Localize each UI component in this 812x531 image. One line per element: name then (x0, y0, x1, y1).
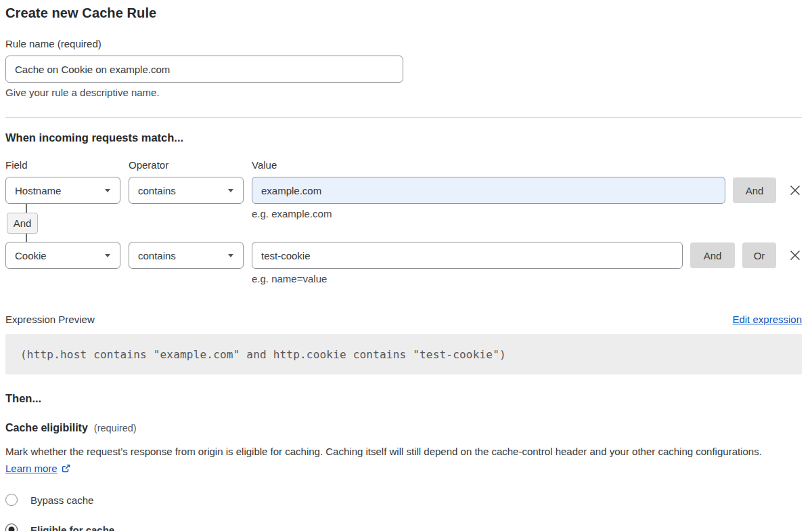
radio-label: Eligible for cache (30, 524, 114, 531)
edit-expression-link[interactable]: Edit expression (732, 314, 802, 325)
operator-select[interactable]: contains (129, 242, 244, 269)
external-link-icon (61, 462, 71, 479)
expression-code: (http.host contains "example.com" and ht… (20, 348, 506, 361)
rule-name-helper: Give your rule a descriptive name. (5, 87, 802, 98)
page-title: Create new Cache Rule (5, 5, 802, 21)
value-hint: e.g. name=value (5, 273, 802, 284)
close-icon (789, 249, 801, 261)
condition-connector-chip: And (7, 213, 38, 234)
field-select-value: Hostname (15, 185, 61, 196)
cache-eligibility-heading: Cache eligibility (5, 422, 88, 434)
create-cache-rule-page: Create new Cache Rule Rule name (require… (0, 0, 812, 531)
chevron-down-icon (228, 254, 233, 257)
eligibility-description: Mark whether the request’s response from… (5, 444, 794, 478)
value-input[interactable] (252, 177, 725, 204)
condition-row: Cookie contains And Or (5, 242, 802, 269)
operator-select[interactable]: contains (129, 177, 244, 204)
value-input[interactable] (252, 242, 683, 269)
remove-condition-button[interactable] (788, 249, 802, 262)
condition-row: Hostname contains And (5, 177, 802, 204)
radio-option-bypass-cache[interactable]: Bypass cache (5, 494, 802, 506)
then-section-heading: Then... (5, 392, 802, 405)
column-label-value: Value (252, 159, 277, 171)
radio-option-eligible-for-cache[interactable]: Eligible for cache (5, 524, 802, 531)
condition-column-labels: Field Operator Value (5, 159, 802, 171)
field-select-value: Cookie (15, 250, 47, 261)
required-label: (required) (94, 423, 137, 433)
expression-preview-label: Expression Preview (5, 314, 95, 325)
rule-name-input[interactable] (5, 56, 403, 83)
operator-select-value: contains (138, 185, 176, 196)
eligibility-description-text: Mark whether the request’s response from… (5, 446, 762, 457)
add-and-condition-button[interactable]: And (690, 242, 735, 268)
chevron-down-icon (105, 254, 110, 257)
radio-button-selected[interactable] (5, 524, 18, 531)
radio-button[interactable] (5, 494, 18, 506)
match-section-heading: When incoming requests match... (5, 131, 802, 144)
remove-condition-button[interactable] (788, 184, 802, 197)
learn-more-link[interactable]: Learn more (5, 463, 58, 474)
add-or-condition-button[interactable]: Or (742, 242, 776, 268)
expression-preview-block: (http.host contains "example.com" and ht… (5, 334, 802, 375)
chevron-down-icon (105, 189, 110, 192)
close-icon (789, 184, 801, 196)
value-hint: e.g. example.com (252, 208, 332, 219)
field-select[interactable]: Hostname (5, 177, 120, 204)
radio-label: Bypass cache (30, 494, 93, 506)
section-divider (5, 117, 802, 118)
rule-name-label: Rule name (required) (5, 38, 802, 49)
chevron-down-icon (228, 189, 233, 192)
field-select[interactable]: Cookie (5, 242, 120, 269)
column-label-operator: Operator (129, 159, 252, 171)
add-and-condition-button[interactable]: And (733, 177, 776, 203)
operator-select-value: contains (138, 250, 176, 261)
column-label-field: Field (5, 159, 129, 171)
condition-connector-area: And e.g. example.com (5, 204, 802, 242)
